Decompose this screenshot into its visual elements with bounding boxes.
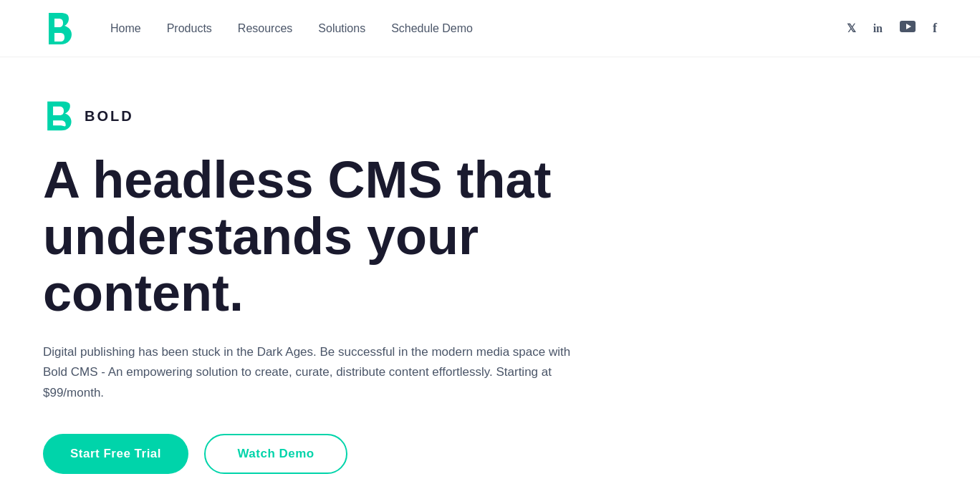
- nav-item-schedule-demo[interactable]: Schedule Demo: [391, 22, 473, 35]
- nav-item-products[interactable]: Products: [167, 22, 212, 35]
- brand-name: BOLD: [85, 108, 134, 125]
- nav-links: Home Products Resources Solutions Schedu…: [110, 22, 473, 35]
- cta-buttons: Start Free Trial Watch Demo: [43, 434, 602, 474]
- hero-title: A headless CMS that understands your con…: [43, 152, 602, 322]
- social-icons: 𝕏 in f: [847, 21, 937, 36]
- navbar-left: Home Products Resources Solutions Schedu…: [43, 10, 473, 47]
- hero-section: BOLD A headless CMS that understands you…: [0, 57, 645, 499]
- nav-link-products[interactable]: Products: [167, 22, 212, 34]
- nav-item-home[interactable]: Home: [110, 22, 141, 35]
- linkedin-icon[interactable]: in: [873, 22, 883, 35]
- hero-title-line3: content.: [43, 264, 244, 321]
- brand-badge: BOLD: [43, 100, 602, 132]
- logo[interactable]: [43, 10, 75, 47]
- hero-title-line1: A headless CMS that: [43, 151, 552, 208]
- watch-demo-button[interactable]: Watch Demo: [204, 434, 347, 474]
- twitter-icon[interactable]: 𝕏: [847, 21, 856, 35]
- bold-b-icon: [43, 100, 75, 132]
- nav-item-resources[interactable]: Resources: [238, 22, 292, 35]
- hero-description: Digital publishing has been stuck in the…: [43, 342, 573, 404]
- youtube-icon[interactable]: [900, 21, 916, 36]
- start-free-trial-button[interactable]: Start Free Trial: [43, 434, 188, 474]
- nav-link-solutions[interactable]: Solutions: [318, 22, 365, 34]
- logo-icon: [43, 10, 75, 47]
- facebook-icon[interactable]: f: [933, 21, 937, 36]
- nav-link-home[interactable]: Home: [110, 22, 141, 34]
- hero-title-line2: understands your: [43, 208, 479, 265]
- navbar: Home Products Resources Solutions Schedu…: [0, 0, 980, 57]
- nav-item-solutions[interactable]: Solutions: [318, 22, 365, 35]
- nav-link-resources[interactable]: Resources: [238, 22, 292, 34]
- nav-link-schedule-demo[interactable]: Schedule Demo: [391, 22, 473, 34]
